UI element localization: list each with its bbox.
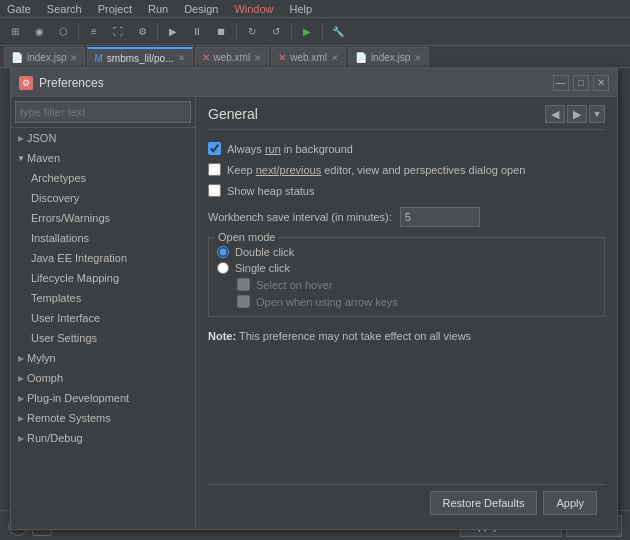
tree-item-maven[interactable]: ▼ Maven: [11, 148, 195, 168]
toolbar-btn-10[interactable]: ↻: [241, 21, 263, 43]
toolbar: ⊞ ◉ ⬡ ≡ ⛶ ⚙ ▶ ⏸ ⏹ ↻ ↺ ▶ 🔧: [0, 18, 630, 46]
apply-button[interactable]: Apply: [543, 491, 597, 515]
dialog-title-bar: ⚙ Preferences — □ ✕: [11, 69, 617, 97]
checkbox-arrow-input[interactable]: [237, 295, 250, 308]
restore-defaults-button[interactable]: Restore Defaults: [430, 491, 538, 515]
tree-item-remote[interactable]: ▶ Remote Systems: [11, 408, 195, 428]
nav-forward-button[interactable]: ▶: [567, 105, 587, 123]
menu-gate[interactable]: Gate: [4, 3, 34, 15]
tab-label-1: 📄: [11, 52, 23, 63]
tab-close-web2[interactable]: ✕: [331, 53, 339, 63]
workbench-interval-input[interactable]: [400, 207, 480, 227]
checkbox-show-heap-label[interactable]: Show heap status: [227, 185, 314, 197]
tree-item-errors[interactable]: Errors/Warnings: [11, 208, 195, 228]
toolbar-btn-green-run[interactable]: ▶: [296, 21, 318, 43]
tab-smbms[interactable]: M smbms_lil/po... ✕: [87, 47, 192, 67]
dialog-window-controls: — □ ✕: [553, 75, 609, 91]
tree-label-errors: Errors/Warnings: [31, 212, 191, 224]
tab-icon-web2: ✕: [278, 52, 286, 63]
menu-design[interactable]: Design: [181, 3, 221, 15]
tab-close-active[interactable]: ✕: [178, 53, 186, 63]
dialog-close-button[interactable]: ✕: [593, 75, 609, 91]
radio-double-click-label[interactable]: Double click: [235, 246, 294, 258]
tree-label-discovery: Discovery: [31, 192, 191, 204]
toolbar-btn-4[interactable]: ≡: [83, 21, 105, 43]
checkbox-show-heap: Show heap status: [208, 182, 605, 199]
open-mode-title: Open mode: [215, 231, 278, 243]
tree-item-oomph[interactable]: ▶ Oomph: [11, 368, 195, 388]
tree-item-mylyn[interactable]: ▶ Mylyn: [11, 348, 195, 368]
radio-double-click: Double click: [217, 244, 596, 260]
tab-label-5: 📄: [355, 52, 367, 63]
tree-item-user-interface[interactable]: User Interface: [11, 308, 195, 328]
menu-search[interactable]: Search: [44, 3, 85, 15]
tree-item-user-settings[interactable]: User Settings: [11, 328, 195, 348]
checkbox-hover-input[interactable]: [237, 278, 250, 291]
tree-item-lifecycle[interactable]: Lifecycle Mapping: [11, 268, 195, 288]
toolbar-btn-1[interactable]: ⊞: [4, 21, 26, 43]
tab-close-5[interactable]: ✕: [414, 53, 422, 63]
dialog-maximize-button[interactable]: □: [573, 75, 589, 91]
tree-label-user-interface: User Interface: [31, 312, 191, 324]
tree-item-rundebug[interactable]: ▶ Run/Debug: [11, 428, 195, 448]
checkbox-keep-next-input[interactable]: [208, 163, 221, 176]
tree-label-archetypes: Archetypes: [31, 172, 191, 184]
toolbar-btn-5[interactable]: ⛶: [107, 21, 129, 43]
tree-item-javaee[interactable]: Java EE Integration: [11, 248, 195, 268]
checkbox-show-heap-input[interactable]: [208, 184, 221, 197]
toolbar-btn-9[interactable]: ⏹: [210, 21, 232, 43]
tree-label-installations: Installations: [31, 232, 191, 244]
tab-index-jsp-2[interactable]: 📄 index.jsp ✕: [348, 47, 429, 67]
nav-dropdown-button[interactable]: ▼: [589, 105, 605, 123]
tree-item-templates[interactable]: Templates: [11, 288, 195, 308]
tree-arrow-json: ▶: [15, 132, 27, 144]
checkbox-run-bg-input[interactable]: [208, 142, 221, 155]
nav-back-button[interactable]: ◀: [545, 105, 565, 123]
tree-item-installations[interactable]: Installations: [11, 228, 195, 248]
panel-navigation: ◀ ▶ ▼: [545, 105, 605, 123]
toolbar-btn-6[interactable]: ⚙: [131, 21, 153, 43]
radio-single-click-input[interactable]: [217, 262, 229, 274]
toolbar-separator-5: [322, 23, 323, 41]
toolbar-separator-3: [236, 23, 237, 41]
tree-item-json[interactable]: ▶ JSON: [11, 128, 195, 148]
tab-close-1[interactable]: ✕: [70, 53, 78, 63]
checkbox-run-bg-label[interactable]: Always run in background: [227, 143, 353, 155]
dialog-title: ⚙ Preferences: [19, 76, 104, 90]
dialog-minimize-button[interactable]: —: [553, 75, 569, 91]
menu-window[interactable]: Window: [231, 3, 276, 15]
toolbar-btn-8[interactable]: ⏸: [186, 21, 208, 43]
menu-bar: Gate Search Project Run Design Window He…: [0, 0, 630, 18]
toolbar-btn-11[interactable]: ↺: [265, 21, 287, 43]
tree-item-plugin-dev[interactable]: ▶ Plug-in Development: [11, 388, 195, 408]
tab-title-web1: web.xml: [214, 52, 251, 63]
search-input[interactable]: [15, 101, 191, 123]
radio-single-click: Single click: [217, 260, 596, 276]
radio-double-click-input[interactable]: [217, 246, 229, 258]
dialog-title-text: Preferences: [39, 76, 104, 90]
radio-single-click-label[interactable]: Single click: [235, 262, 290, 274]
tab-close-web1[interactable]: ✕: [254, 53, 262, 63]
menu-project[interactable]: Project: [95, 3, 135, 15]
checkbox-keep-next-label[interactable]: Keep next/previous editor, view and pers…: [227, 164, 525, 176]
toolbar-btn-2[interactable]: ◉: [28, 21, 50, 43]
menu-help[interactable]: Help: [287, 3, 316, 15]
workbench-interval-label: Workbench save interval (in minutes):: [208, 211, 392, 223]
tree-item-archetypes[interactable]: Archetypes: [11, 168, 195, 188]
tree-item-discovery[interactable]: Discovery: [11, 188, 195, 208]
sub-option-arrow: Open when using arrow keys: [217, 293, 596, 310]
tree-arrow-mylyn: ▶: [15, 352, 27, 364]
note-text: This preference may not take effect on a…: [239, 330, 471, 342]
panel-title: General: [208, 106, 258, 122]
menu-run[interactable]: Run: [145, 3, 171, 15]
tab-web-xml-2[interactable]: ✕ web.xml ✕: [271, 47, 346, 67]
tree-label-remote: Remote Systems: [27, 412, 191, 424]
note-bold: Note:: [208, 330, 236, 342]
toolbar-btn-12[interactable]: 🔧: [327, 21, 349, 43]
tab-index-jsp-1[interactable]: 📄 index.jsp ✕: [4, 47, 85, 67]
dialog-overlay: ⚙ Preferences — □ ✕: [10, 68, 630, 540]
tab-web-xml-1[interactable]: ✕ web.xml ✕: [195, 47, 270, 67]
toolbar-btn-7[interactable]: ▶: [162, 21, 184, 43]
toolbar-btn-3[interactable]: ⬡: [52, 21, 74, 43]
tree-label-oomph: Oomph: [27, 372, 191, 384]
